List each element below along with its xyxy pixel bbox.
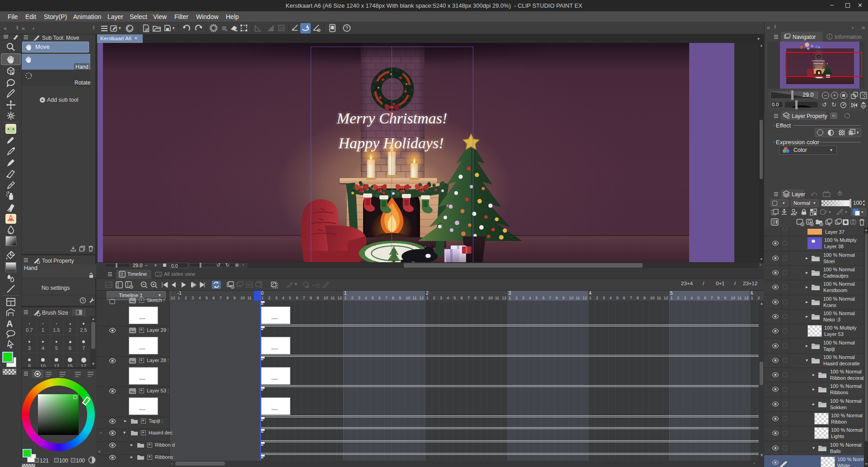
svg-text:?: ? (345, 25, 348, 31)
